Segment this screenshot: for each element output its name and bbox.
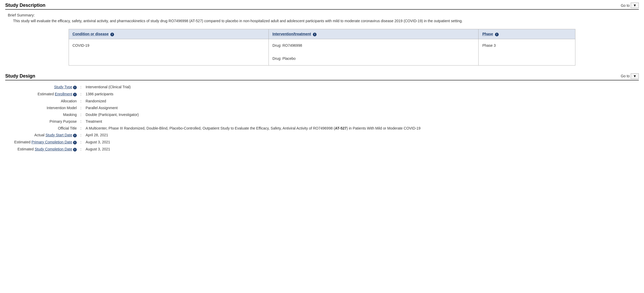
intervention-col-link[interactable]: Intervention/treatment — [272, 32, 311, 36]
design-field-row: Estimated Study Completion Datei:August … — [5, 146, 639, 153]
goto-dropdown-icon-2: ▼ — [633, 74, 636, 78]
design-field-row: Intervention Model:Parallel Assignment — [5, 104, 639, 111]
study-start-date-info-icon[interactable]: i — [73, 134, 77, 137]
design-colon: : — [78, 84, 84, 91]
study-completion-info-icon[interactable]: i — [73, 148, 77, 151]
goto-dropdown-btn-1[interactable]: ▼ — [631, 3, 639, 8]
study-start-date-link[interactable]: Study Start Date — [45, 133, 72, 137]
design-value-cell: Interventional (Clinical Trial) — [84, 84, 639, 91]
design-field-row: Study Typei:Interventional (Clinical Tri… — [5, 84, 639, 91]
goto-label-2: Go to — [621, 74, 630, 78]
goto-dropdown-btn-2[interactable]: ▼ — [631, 73, 639, 79]
brief-summary-label: Brief Summary: — [8, 13, 639, 17]
study-completion-link[interactable]: Study Completion Date — [35, 147, 72, 151]
design-label-cell: Masking — [5, 111, 78, 118]
bold-at527: AT-527 — [335, 126, 347, 130]
brief-summary-text: This study will evaluate the efficacy, s… — [13, 18, 639, 24]
design-label-cell: Official Title — [5, 125, 78, 132]
condition-cell: COVID-19 — [69, 39, 269, 66]
study-design-header: Study Design Go to ▼ — [5, 73, 639, 80]
design-fields-table: Study Typei:Interventional (Clinical Tri… — [5, 84, 639, 153]
design-colon: : — [78, 98, 84, 104]
design-colon: : — [78, 118, 84, 125]
goto-label-1: Go to — [621, 3, 630, 8]
design-field-row: Estimated Enrollmenti:1386 participants — [5, 91, 639, 98]
design-value-cell: Treatment — [84, 118, 639, 125]
design-value-cell: August 3, 2021 — [84, 139, 639, 146]
goto-dropdown-icon-1: ▼ — [633, 3, 636, 7]
study-description-section: Study Description Go to ▼ Brief Summary:… — [5, 3, 639, 66]
study-type-info-icon[interactable]: i — [73, 86, 77, 89]
study-type-link[interactable]: Study Type — [54, 85, 72, 89]
condition-col-header: Condition or disease i — [69, 29, 269, 39]
design-value-cell: 1386 participants — [84, 91, 639, 98]
design-label-cell: Estimated Enrollmenti — [5, 91, 78, 98]
design-field-row: Primary Purpose:Treatment — [5, 118, 639, 125]
intervention-info-icon[interactable]: i — [313, 33, 317, 36]
design-colon: : — [78, 125, 84, 132]
design-value-cell: A Multicenter, Phase III Randomized, Dou… — [84, 125, 639, 132]
design-value-cell: Randomized — [84, 98, 639, 104]
condition-table: Condition or disease i Intervention/trea… — [69, 29, 575, 66]
design-value-cell: Parallel Assignment — [84, 104, 639, 111]
intervention-col-header: Intervention/treatment i — [269, 29, 479, 39]
enrollment-info-icon[interactable]: i — [73, 93, 77, 96]
study-design-section: Study Design Go to ▼ Study Typei:Interve… — [5, 73, 639, 153]
design-colon: : — [78, 104, 84, 111]
design-value-cell: April 28, 2021 — [84, 132, 639, 139]
design-label-cell: Study Typei — [5, 84, 78, 91]
design-label-cell: Intervention Model — [5, 104, 78, 111]
study-description-header: Study Description Go to ▼ — [5, 3, 639, 10]
phase-col-header: Phase i — [479, 29, 575, 39]
design-colon: : — [78, 146, 84, 153]
design-label-cell: Estimated Study Completion Datei — [5, 146, 78, 153]
primary-completion-info-icon[interactable]: i — [73, 141, 77, 144]
primary-completion-link[interactable]: Primary Completion Date — [32, 140, 72, 144]
design-colon: : — [78, 91, 84, 98]
design-field-row: Actual Study Start Datei:April 28, 2021 — [5, 132, 639, 139]
phase-col-link[interactable]: Phase — [482, 32, 493, 36]
design-value-cell: Double (Participant, Investigator) — [84, 111, 639, 118]
design-field-row: Allocation:Randomized — [5, 98, 639, 104]
study-description-title: Study Description — [5, 3, 45, 8]
design-value-cell: August 3, 2021 — [84, 146, 639, 153]
intervention-cell: Drug: RO7496998Drug: Placebo — [269, 39, 479, 66]
design-label-cell: Actual Study Start Datei — [5, 132, 78, 139]
design-colon: : — [78, 111, 84, 118]
design-colon: : — [78, 132, 84, 139]
design-field-row: Official Title:A Multicenter, Phase III … — [5, 125, 639, 132]
design-field-row: Estimated Primary Completion Datei:Augus… — [5, 139, 639, 146]
design-label-cell: Primary Purpose — [5, 118, 78, 125]
study-description-goto: Go to ▼ — [621, 3, 639, 8]
table-row: COVID-19Drug: RO7496998Drug: PlaceboPhas… — [69, 39, 575, 66]
phase-cell: Phase 3 — [479, 39, 575, 66]
design-label-cell: Allocation — [5, 98, 78, 104]
enrollment-link[interactable]: Enrollment — [55, 92, 72, 96]
phase-info-icon[interactable]: i — [495, 33, 499, 36]
design-field-row: Masking:Double (Participant, Investigato… — [5, 111, 639, 118]
condition-col-link[interactable]: Condition or disease — [73, 32, 109, 36]
study-design-title: Study Design — [5, 73, 35, 79]
design-colon: : — [78, 139, 84, 146]
study-design-goto: Go to ▼ — [621, 73, 639, 79]
design-label-cell: Estimated Primary Completion Datei — [5, 139, 78, 146]
condition-info-icon[interactable]: i — [110, 33, 114, 36]
